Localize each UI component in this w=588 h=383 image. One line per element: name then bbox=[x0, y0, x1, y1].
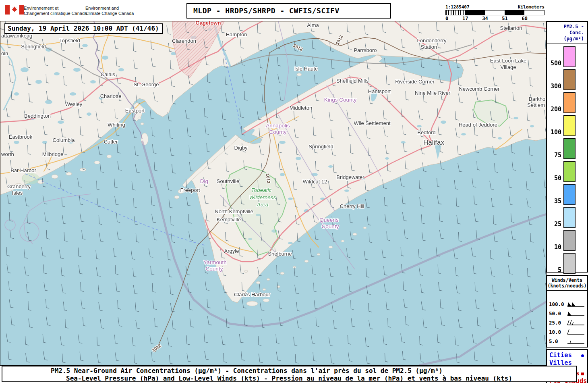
map-place-label: Southville bbox=[217, 178, 239, 184]
map-place-label: Hampton bbox=[226, 31, 247, 37]
map-place-label: Eastport bbox=[125, 108, 145, 114]
map-place-label: Columbia bbox=[53, 137, 75, 143]
map-place-label: County bbox=[269, 129, 287, 135]
page-header: Environnement etChangement climatique Ca… bbox=[0, 0, 588, 21]
map-place-label: St. George bbox=[134, 81, 159, 87]
pm25-color-swatch bbox=[563, 161, 576, 182]
pm25-color-swatch bbox=[563, 115, 576, 136]
pm25-legend-title: PM2.5 - Conc. bbox=[547, 24, 587, 36]
pm25-threshold-value: 5 bbox=[547, 266, 563, 274]
pm25-legend-entry: 10 bbox=[547, 230, 586, 251]
wind-speed-value: 10.0 bbox=[549, 329, 567, 335]
pm25-color-swatch bbox=[563, 230, 576, 251]
map-place-label: Argyle bbox=[224, 248, 239, 254]
map-place-label: worth bbox=[1, 151, 14, 157]
scale-unit: Kilometers bbox=[518, 4, 545, 10]
map-place-label: Kemptville bbox=[217, 216, 241, 223]
map-place-label: Halifax bbox=[423, 139, 444, 146]
wind-speed-value: 25.0 bbox=[549, 320, 567, 326]
agency-name-en: Environment andClimate Change Canada bbox=[85, 6, 134, 16]
map-place-label: Settlem bbox=[527, 102, 545, 108]
map-place-label: Barkho bbox=[529, 96, 545, 102]
wind-legend-row: 10.0 bbox=[547, 327, 587, 337]
caption-line2: Sea-Level Pressure (hPa) and Low-Level W… bbox=[66, 375, 576, 382]
pm25-legend-entry: 50 bbox=[547, 161, 586, 182]
pm25-legend-entries: 50030020010075503525105 bbox=[547, 46, 587, 274]
pm25-threshold-value: 35 bbox=[547, 198, 563, 205]
map-title-box: MLDP - HRDPS/SHRPD - CWFIS/SCIFV bbox=[186, 3, 391, 19]
map-place-label: East Loon Lake bbox=[490, 58, 526, 64]
map-place-label: Kings County bbox=[324, 97, 357, 103]
map-place-label: Newcomb Corner bbox=[459, 86, 500, 92]
caption-line1: PM2.5 Near-Ground Air Concentrations (µg… bbox=[51, 367, 576, 375]
map-place-label: County bbox=[206, 266, 223, 272]
wind-legend-row: 5.0 bbox=[547, 337, 587, 346]
wind-legend-row: 25.0 bbox=[547, 318, 587, 327]
wind-legend-row: 100.0 bbox=[547, 300, 587, 309]
map-place-label: Charlotte bbox=[100, 93, 122, 99]
map-place-label: Dig bbox=[200, 178, 208, 184]
map-place-label: Parrsboro bbox=[354, 47, 377, 53]
map-place-label: Middleton bbox=[290, 105, 312, 111]
pm25-legend-entry: 300 bbox=[547, 69, 586, 90]
map-place-label: Gagetown bbox=[196, 21, 221, 26]
map-place-label: Shelburne bbox=[268, 251, 292, 257]
scale-ticks: 017345168 bbox=[445, 15, 545, 21]
pm25-color-swatch bbox=[563, 207, 576, 228]
pm25-legend-entry: 5 bbox=[547, 253, 586, 274]
map-place-label: Clarendon bbox=[172, 38, 196, 44]
map-place-label: Yarmouth bbox=[203, 259, 227, 265]
map-place-label: Whiting bbox=[108, 122, 125, 128]
caption-box: PM2.5 Near-Ground Air Concentrations (µg… bbox=[2, 366, 577, 382]
pm25-threshold-value: 300 bbox=[547, 83, 563, 90]
hotspot-square-icon bbox=[581, 373, 584, 375]
timestamp-box: Sunday, 19 April 2026 10:00 ADT (41/46) bbox=[4, 23, 163, 34]
pm25-legend-units: (µg/m³) bbox=[547, 36, 587, 42]
pm25-legend-entry: 25 bbox=[547, 207, 586, 228]
wind-barb-icon bbox=[567, 310, 585, 317]
map-place-label: Springfield bbox=[308, 144, 333, 150]
map-place-label: Topsfield bbox=[59, 37, 80, 44]
map-place-label: Cherry Hill bbox=[340, 203, 364, 209]
map-place-label: oln bbox=[1, 50, 8, 56]
scale-bar: 1:1285407 Kilometers 017345168 bbox=[445, 4, 545, 21]
map-place-label: Calais bbox=[101, 71, 116, 77]
map-place-label: Area bbox=[257, 202, 269, 208]
map-place-label: Alma bbox=[307, 22, 319, 28]
map-place-label: Bridgewater bbox=[336, 174, 364, 180]
pm25-legend: PM2.5 - Conc. (µg/m³) 500300200100755035… bbox=[546, 21, 588, 273]
wind-barb-icon bbox=[567, 320, 585, 326]
pm25-threshold-value: 100 bbox=[547, 129, 563, 136]
pm25-threshold-value: 25 bbox=[547, 221, 563, 228]
map-place-label: Londonderry bbox=[417, 37, 447, 44]
map-place-label: Isles bbox=[12, 190, 23, 196]
map-place-label: Milbridge bbox=[42, 151, 64, 157]
wind-legend-rows: 100.050.025.010.05.0 bbox=[547, 300, 587, 346]
wind-speed-value: 100.0 bbox=[549, 301, 567, 307]
wind-legend-title: Winds/Vents bbox=[547, 277, 587, 283]
map-place-label: Nine Mile River bbox=[415, 90, 451, 96]
app-window: { "header": { "agency_fr_line1": "Enviro… bbox=[0, 0, 588, 383]
map-place-label: Tobeatic bbox=[251, 187, 272, 193]
scale-tick: 0 bbox=[445, 16, 448, 21]
map-place-label: Wesley bbox=[65, 101, 83, 107]
wind-speed-value: 50.0 bbox=[549, 310, 567, 316]
map-place-label: Station bbox=[421, 44, 437, 50]
map-place-label: Springfield bbox=[21, 44, 46, 50]
pm25-legend-entry: 75 bbox=[547, 138, 586, 159]
pm25-threshold-value: 10 bbox=[547, 244, 563, 251]
map-place-label: Village bbox=[501, 64, 516, 70]
map-svg: attawamkeagSpringfieldTopsfieldolnCalais… bbox=[0, 21, 546, 365]
pm25-legend-entry: 100 bbox=[547, 115, 586, 136]
pm25-color-swatch bbox=[563, 92, 576, 113]
canada-flag-icon bbox=[5, 5, 24, 15]
map-title: MLDP - HRDPS/SHRPD - CWFIS/SCIFV bbox=[193, 6, 390, 15]
map-place-label: Beddington bbox=[24, 113, 51, 119]
map-place-label: Bar Harbor bbox=[10, 167, 36, 173]
pm25-threshold-value: 500 bbox=[547, 60, 563, 67]
city-dot-icon bbox=[581, 354, 584, 357]
wind-barb-icon bbox=[567, 301, 585, 308]
map-place-label: Eastbrook bbox=[9, 134, 33, 140]
map-place-label: Queens bbox=[319, 217, 339, 223]
map-place-label: Wildcat 12 bbox=[303, 179, 327, 185]
